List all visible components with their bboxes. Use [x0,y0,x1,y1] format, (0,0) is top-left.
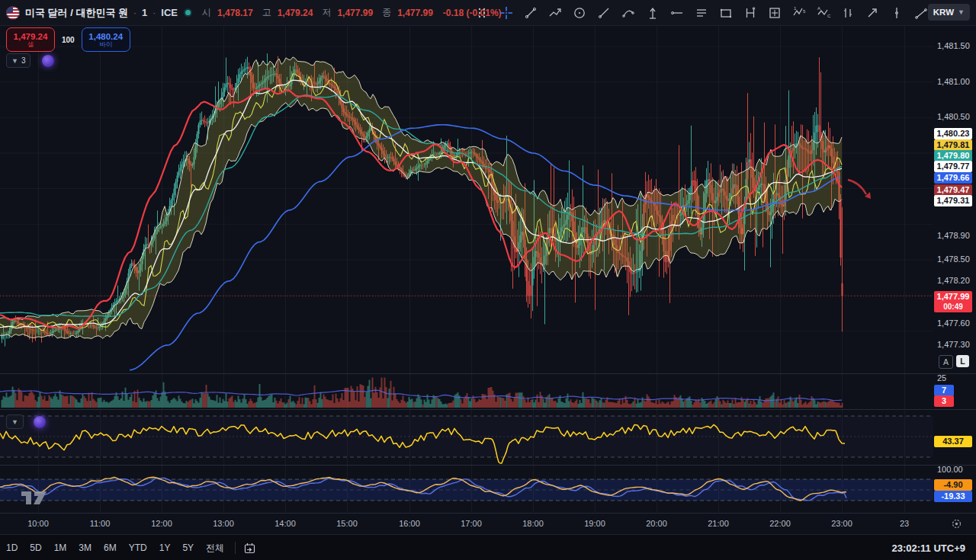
sell-price: 1,479.24 [14,32,48,41]
elliott-wave-icon[interactable]: 15 [791,5,807,21]
drag-handle-icon[interactable] [474,5,490,21]
time-tick: 17:00 [454,519,488,528]
range-button-6m[interactable]: 6M [98,535,123,560]
chevron-down-icon: ▼ [11,57,18,65]
range-button-3m[interactable]: 3M [72,535,98,560]
price-label-badge: 1,479.47 [934,184,972,196]
price-range-icon[interactable] [743,5,758,21]
price-tick: 1,481.00 [937,77,970,86]
date-range-buttons: 1D5D1M3M6MYTD1Y5Y전체 [0,535,230,560]
main-pane-controls: ▼ 3 [6,53,54,68]
drawing-toolbar: 15AC [474,2,929,23]
price-tick: 1,477.60 [937,318,970,328]
price-tick: 1,478.90 [937,231,970,240]
time-tick: 16:00 [393,519,426,528]
polyline-arrow-icon[interactable] [547,5,563,21]
range-button-1y[interactable]: 1Y [153,535,177,560]
time-tick: 14:00 [268,519,302,528]
open-value: 1,478.17 [217,8,253,18]
volume-value-badge: 3 [934,395,954,407]
range-button-ytd[interactable]: YTD [123,535,153,560]
time-tick: 20:00 [640,519,673,528]
arc-icon[interactable] [621,5,636,21]
range-button-1m[interactable]: 1M [48,535,73,560]
svg-text:C: C [827,14,831,18]
horizontal-ray-icon[interactable] [669,5,685,21]
range-button-5y[interactable]: 5Y [176,535,200,560]
rsi-pane-controls: ▼ [6,414,46,429]
indicators-collapse-button[interactable]: ▼ 3 [6,53,30,68]
svg-text:5: 5 [803,9,806,14]
time-tick: 10:00 [21,519,55,528]
prediction-icon[interactable] [645,5,660,21]
indicator-count: 3 [21,56,26,65]
sell-label: 셀 [27,41,34,48]
go-to-date-calendar-icon[interactable] [243,542,256,555]
arrow-marker-icon[interactable] [865,5,880,21]
volume-scale-tick: 25 [937,373,946,382]
ray-icon[interactable] [596,5,612,21]
exchange-name: ICE [161,7,178,18]
time-tick: 19:00 [578,519,612,528]
tradingview-logo [20,488,64,509]
auto-scale-button[interactable]: A [939,355,953,369]
price-label-badge: 1,479.81 [934,139,972,151]
price-label-badge: 1,479.80 [934,150,972,162]
ai-magic-icon[interactable] [34,416,46,428]
log-scale-button[interactable]: L [956,355,969,367]
time-axis[interactable]: 10:0011:0012:0013:0014:0015:0016:0017:00… [0,513,976,535]
time-tick: 15:00 [330,519,364,528]
price-tick: 1,478.50 [937,254,970,264]
fib-grid-icon[interactable] [767,5,782,21]
chevron-down-icon: ▼ [958,8,965,16]
price-chart-canvas[interactable] [0,0,976,560]
crosshair-icon[interactable] [499,5,514,21]
price-label-badge: 1,480.23 [934,128,972,139]
session-clock[interactable]: 23:02:11 UTC+9 [892,542,976,554]
abc-pattern-icon[interactable]: AC [816,5,831,21]
buy-button[interactable]: 1,480.24 바이 [82,27,130,52]
price-axis[interactable]: A L 1,481.501,481.001,480.501,478.901,47… [933,25,976,513]
trend-angle-icon[interactable] [913,5,929,21]
oscillator-scale-tick: 100.00 [937,465,963,474]
currency-selector-button[interactable]: KRW ▼ [928,4,970,21]
price-label-badge: 1,479.31 [934,195,972,206]
oscillator-value-badge: -19.33 [934,491,972,502]
low-value: 1,477.99 [337,8,373,18]
close-label: 종 [382,6,391,19]
time-tick: 23:00 [825,519,859,528]
time-tick: 13:00 [207,519,240,528]
buy-label: 바이 [99,41,112,48]
svg-text:1: 1 [794,6,797,11]
spread-value: 100 [62,36,75,44]
open-label: 시 [202,6,211,19]
market-open-dot [185,10,191,15]
ai-magic-icon[interactable] [42,55,54,67]
range-button-전체[interactable]: 전체 [200,535,230,560]
time-tick: 12:00 [145,519,178,528]
close-value: 1,477.99 [397,8,433,18]
time-tick: 23 [888,519,921,528]
svg-text:A: A [817,6,820,11]
sell-button[interactable]: 1,479.24 셀 [6,27,55,52]
trend-line-icon[interactable] [523,5,538,21]
timezone-gear-icon[interactable] [951,518,962,533]
trade-panel: 1,479.24 셀 100 1,480.24 바이 [6,27,130,52]
bottom-toolbar: 1D5D1M3M6MYTD1Y5Y전체 23:02:11 UTC+9 [0,534,976,560]
vertical-line-icon[interactable] [889,5,904,21]
bars-pattern-icon[interactable] [840,5,856,21]
price-label-badge: 1,479.77 [934,161,972,172]
buy-price: 1,480.24 [88,32,123,41]
symbol-title[interactable]: 미국 달러 / 대한민국 원 [25,6,128,20]
rectangle-icon[interactable] [718,5,734,21]
ellipse-icon[interactable] [572,5,587,21]
range-button-1d[interactable]: 1D [0,535,24,560]
range-button-5d[interactable]: 5D [24,535,47,560]
rsi-collapse-button[interactable]: ▼ [6,414,24,429]
trading-app: 미국 달러 / 대한민국 원 · 1 · ICE 시 1,478.17 고 1,… [0,0,976,560]
chevron-down-icon: ▼ [11,418,18,426]
last-price-countdown-badge: 1,477.9900:49 [934,291,972,312]
interval-value[interactable]: 1 [142,7,147,18]
high-value: 1,479.24 [278,8,313,18]
parallel-channel-icon[interactable] [694,5,709,21]
